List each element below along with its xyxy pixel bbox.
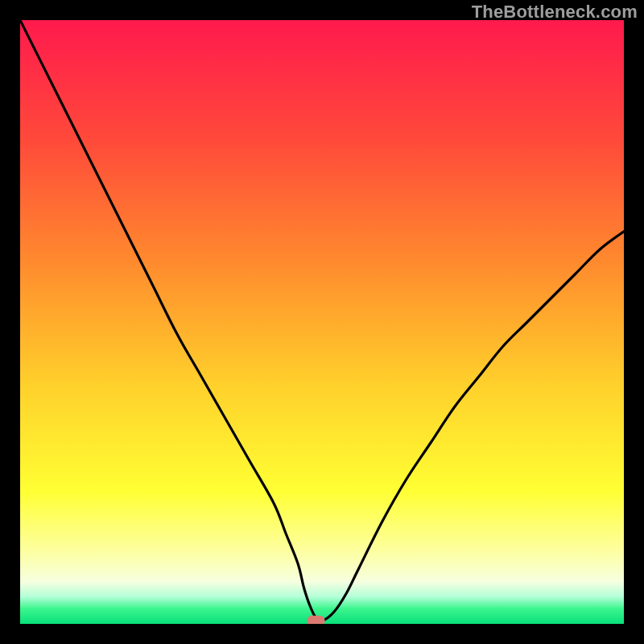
chart-frame: TheBottleneck.com (0, 0, 644, 644)
gradient-background (20, 20, 624, 624)
bottleneck-chart (20, 20, 624, 624)
minimum-marker (308, 616, 325, 624)
chart-plot-area (20, 20, 624, 624)
